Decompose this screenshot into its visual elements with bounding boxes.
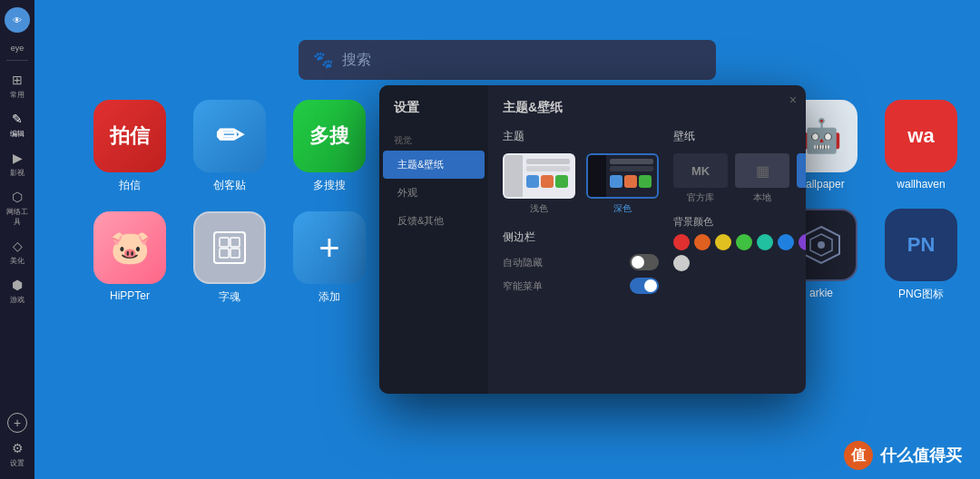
light-bar1 [526, 159, 570, 164]
sidebar-item-video[interactable]: ▶ 影视 [2, 146, 33, 181]
toggle-auto-hide-thumb [632, 256, 644, 269]
toggle-auto-hide-label: 自动隐藏 [503, 256, 543, 269]
dark-sidebar [588, 155, 606, 197]
sidebar-settings-section: 侧边栏 自动隐藏 窄能菜单 [503, 230, 659, 294]
avatar-icon: 👁 [13, 15, 22, 25]
toggle-auto-hide-row: 自动隐藏 [503, 254, 659, 270]
close-button[interactable]: × [789, 93, 797, 107]
avatar-label: eye [11, 44, 24, 53]
modal-nav-feedback[interactable]: 反馈&其他 [383, 207, 485, 235]
color-blue[interactable] [778, 234, 794, 250]
color-red[interactable] [673, 234, 690, 250]
wallpaper-local[interactable]: ▦ 本地 [735, 153, 789, 204]
sidebar-label-video: 影视 [10, 168, 24, 178]
wallpaper-official-thumb: MK [673, 153, 728, 188]
wallpaper-local-thumb: ▦ [735, 153, 789, 188]
dark-bar1 [610, 159, 653, 164]
left-col: 主题 [503, 129, 659, 301]
sidebar-bottom: + ⚙ 设置 [0, 413, 34, 479]
light-bar2 [526, 166, 570, 171]
theme-light[interactable]: 浅色 [503, 153, 575, 215]
color-gray[interactable] [673, 255, 690, 271]
light-main [523, 155, 573, 197]
modal-nav-theme-wallpaper[interactable]: 主题&壁纸 [383, 151, 485, 179]
sidebar-label-network: 网络工具 [4, 207, 31, 227]
modal-section-visual: 视觉 [379, 127, 488, 151]
light-icon3 [555, 175, 568, 188]
wallpaper-title: 壁纸 [673, 129, 806, 144]
modal-overlay: 设置 视觉 主题&壁纸 外观 反馈&其他 × 主题&壁纸 主题 [34, 0, 980, 479]
content-two-col: 主题 [503, 129, 791, 301]
light-icons [526, 175, 570, 188]
sidebar-label-beauty: 美化 [10, 256, 24, 266]
sidebar-settings-title: 侧边栏 [503, 230, 659, 245]
light-inner [505, 155, 573, 197]
wallpaper-pure[interactable]: 纯色 [797, 153, 806, 204]
light-sidebar [505, 155, 523, 197]
network-icon: ⬡ [9, 189, 25, 205]
modal-title: 设置 [379, 100, 488, 127]
sidebar: 👁 eye ⊞ 常用 ✎ 编辑 ▶ 影视 ⬡ 网络工具 ◇ 美化 ⬢ 游戏 + … [0, 0, 34, 479]
toggle-compact-row: 窄能菜单 [503, 278, 659, 294]
toggle-compact[interactable] [630, 278, 659, 294]
sidebar-label-settings: 设置 [10, 458, 24, 468]
normal-icon: ⊞ [9, 72, 25, 88]
sidebar-item-settings[interactable]: ⚙ 设置 [2, 436, 33, 472]
official-icon: MK [691, 164, 710, 178]
beauty-icon: ◇ [9, 238, 25, 254]
wallpaper-pure-thumb [797, 153, 806, 188]
sidebar-label-edit: 编辑 [10, 129, 24, 139]
sidebar-label-game: 游戏 [10, 295, 24, 305]
modal-nav-appearance[interactable]: 外观 [383, 179, 485, 207]
game-icon: ⬢ [9, 277, 25, 293]
dark-icons [610, 175, 653, 188]
modal-main-content: × 主题&壁纸 主题 [488, 85, 806, 394]
light-icon1 [526, 175, 539, 188]
dark-icon2 [624, 175, 637, 188]
toggle-compact-thumb [644, 279, 657, 292]
edit-icon: ✎ [9, 111, 25, 127]
dark-label: 深色 [613, 202, 632, 215]
sidebar-item-edit[interactable]: ✎ 编辑 [2, 107, 33, 142]
dark-icon1 [610, 175, 622, 188]
color-green[interactable] [736, 234, 752, 250]
color-palette [673, 234, 806, 271]
main-area: 🐾 搜索 拍信 拍信 ✏ 创客贴 多搜 多搜搜 🐷 H [34, 0, 980, 479]
sidebar-divider-top [6, 60, 28, 61]
wallpaper-official-label: 官方库 [687, 191, 714, 204]
dark-main [606, 155, 657, 197]
theme-section: 主题 [503, 129, 659, 215]
bg-color-title: 背景颜色 [673, 215, 806, 229]
color-yellow[interactable] [715, 234, 731, 250]
avatar[interactable]: 👁 [5, 7, 30, 33]
settings-modal: 设置 视觉 主题&壁纸 外观 反馈&其他 × 主题&壁纸 主题 [379, 85, 806, 394]
dark-icon3 [639, 175, 652, 188]
theme-dark[interactable]: 深色 [586, 153, 659, 215]
wallpaper-local-label: 本地 [753, 191, 771, 204]
color-purple[interactable] [799, 234, 806, 250]
theme-preview-dark [586, 153, 659, 199]
dark-inner [588, 155, 657, 197]
content-title: 主题&壁纸 [503, 100, 791, 116]
theme-preview-light [503, 153, 575, 199]
theme-title: 主题 [503, 129, 659, 144]
local-icon: ▦ [756, 162, 769, 180]
light-icon2 [541, 175, 554, 188]
wallpaper-options: MK 官方库 ▦ 本地 [673, 153, 806, 204]
modal-nav: 设置 视觉 主题&壁纸 外观 反馈&其他 [379, 85, 488, 394]
light-label: 浅色 [530, 202, 548, 215]
settings-icon: ⚙ [9, 440, 25, 456]
sidebar-item-network[interactable]: ⬡ 网络工具 [2, 185, 33, 230]
wallpaper-official[interactable]: MK 官方库 [673, 153, 728, 204]
sidebar-item-beauty[interactable]: ◇ 美化 [2, 234, 33, 269]
right-col: 壁纸 MK 官方库 [673, 129, 806, 301]
color-orange[interactable] [694, 234, 710, 250]
add-button[interactable]: + [7, 413, 27, 433]
toggle-auto-hide[interactable] [630, 254, 659, 270]
theme-options: 浅色 [503, 153, 659, 215]
sidebar-item-game[interactable]: ⬢ 游戏 [2, 273, 33, 308]
color-teal[interactable] [757, 234, 773, 250]
sidebar-item-normal[interactable]: ⊞ 常用 [2, 68, 33, 103]
dark-bar2 [610, 166, 653, 171]
sidebar-label-normal: 常用 [10, 90, 24, 100]
